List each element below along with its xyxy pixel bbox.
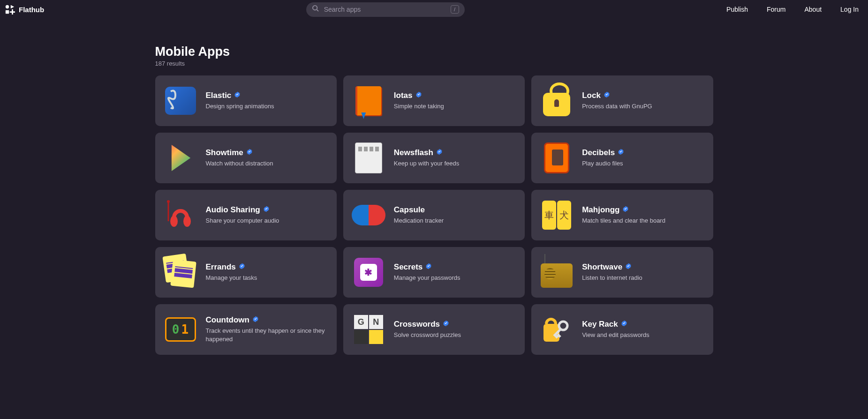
app-title-row: Secrets [394,262,516,272]
app-title-row: Elastic [206,91,328,100]
app-desc: Play audio files [582,159,704,168]
search-icon [312,5,319,14]
app-info: CrosswordsSolve crossword puzzles [394,320,516,339]
app-card-keyrack[interactable]: Key RackView and edit passwords [531,304,713,355]
app-card-shortwave[interactable]: ShortwaveListen to internet radio [531,247,713,298]
app-title: Secrets [394,262,423,272]
app-info: CapsuleMedication tracker [394,205,516,225]
app-title-row: Decibels [582,148,704,157]
app-icon-elastic [164,84,197,118]
app-desc: View and edit passwords [582,331,704,339]
page-title: Mobile Apps [155,45,713,59]
app-card-audio-sharing[interactable]: Audio SharingShare your computer audio [155,190,337,240]
app-icon-showtime [164,141,197,175]
app-title-row: Key Rack [582,320,704,329]
app-title: Mahjongg [582,205,619,215]
search-shortcut-hint: / [451,5,459,14]
verified-badge-icon [246,149,253,157]
app-desc: Solve crossword puzzles [394,331,516,339]
app-icon-capsule [352,198,385,232]
app-info: ElasticDesign spring animations [206,91,328,111]
app-icon-errands [164,255,197,289]
flathub-logo-icon [5,4,15,15]
app-title-row: Errands [206,262,328,272]
app-card-newsflash[interactable]: NewsflashKeep up with your feeds [343,133,525,183]
nav-about[interactable]: About [804,6,822,13]
app-desc: Share your computer audio [206,217,328,225]
app-card-decibels[interactable]: DecibelsPlay audio files [531,133,713,183]
logo-link[interactable]: Flathub [5,4,44,15]
header: Flathub / Publish Forum About Log In [0,0,868,19]
search-wrap: / [44,2,726,17]
verified-badge-icon [263,206,270,214]
app-card-iotas[interactable]: IotasSimple note taking [343,75,525,126]
app-desc: Simple note taking [394,102,516,111]
main-container: Mobile Apps 187 results ElasticDesign sp… [155,19,713,355]
brand-name: Flathub [19,6,44,14]
app-info: Key RackView and edit passwords [582,320,704,339]
verified-badge-icon [425,263,432,271]
app-title-row: Mahjongg [582,205,704,215]
search-input[interactable] [324,6,446,13]
app-card-errands[interactable]: ErrandsManage your tasks [155,247,337,298]
verified-badge-icon [625,263,632,271]
app-title-row: Newsflash [394,148,516,157]
app-icon-newsflash [352,141,385,175]
app-card-mahjongg[interactable]: 車犬MahjonggMatch tiles and clear the boar… [531,190,713,240]
results-count: 187 results [155,60,713,67]
app-title: Shortwave [582,262,622,272]
verified-badge-icon [415,91,422,100]
svg-point-5 [183,216,191,227]
svg-point-0 [6,5,9,8]
app-card-crosswords[interactable]: GNCrosswordsSolve crossword puzzles [343,304,525,355]
app-info: CountdownTrack events until they happen … [206,315,328,344]
app-desc: Process data with GnuPG [582,102,704,111]
app-card-elastic[interactable]: ElasticDesign spring animations [155,75,337,126]
app-icon-lock [540,84,574,118]
app-desc: Manage your tasks [206,274,328,282]
header-nav: Publish Forum About Log In [726,6,859,13]
app-title-row: Lock [582,91,704,100]
app-info: NewsflashKeep up with your feeds [394,148,516,168]
verified-badge-icon [622,206,629,214]
nav-publish[interactable]: Publish [726,6,748,13]
verified-badge-icon [443,320,449,329]
app-title-row: Capsule [394,205,516,215]
app-desc: Keep up with your feeds [394,159,516,168]
verified-badge-icon [618,149,624,157]
app-desc: Design spring animations [206,102,328,111]
app-info: MahjonggMatch tiles and clear the board [582,205,704,225]
app-title: Decibels [582,148,615,157]
app-desc: Track events until they happen or since … [206,327,328,344]
app-info: SecretsManage your passwords [394,262,516,282]
svg-point-3 [167,200,170,203]
app-title: Audio Sharing [206,205,260,215]
app-info: DecibelsPlay audio files [582,148,704,168]
app-title-row: Countdown [206,315,328,325]
app-icon-mahjongg: 車犬 [540,198,574,232]
app-title: Showtime [206,148,243,157]
app-icon-countdown: 01 [164,313,197,346]
app-icon-crosswords: GN [352,313,385,346]
nav-forum[interactable]: Forum [767,6,785,13]
app-card-showtime[interactable]: ShowtimeWatch without distraction [155,133,337,183]
app-card-countdown[interactable]: 01CountdownTrack events until they happe… [155,304,337,355]
app-card-capsule[interactable]: CapsuleMedication tracker [343,190,525,240]
app-card-secrets[interactable]: ✱SecretsManage your passwords [343,247,525,298]
app-info: LockProcess data with GnuPG [582,91,704,111]
verified-badge-icon [621,320,627,329]
app-desc: Listen to internet radio [582,274,704,282]
verified-badge-icon [239,263,245,271]
app-title: Elastic [206,91,232,100]
app-title: Errands [206,262,236,272]
app-icon-audio-sharing [164,198,197,232]
app-title-row: Audio Sharing [206,205,328,215]
verified-badge-icon [436,149,443,157]
nav-login[interactable]: Log In [840,6,859,13]
app-title-row: Iotas [394,91,516,100]
app-title: Countdown [206,315,249,325]
app-card-lock[interactable]: LockProcess data with GnuPG [531,75,713,126]
search-box[interactable]: / [306,2,465,17]
app-info: Audio SharingShare your computer audio [206,205,328,225]
app-desc: Medication tracker [394,217,516,225]
